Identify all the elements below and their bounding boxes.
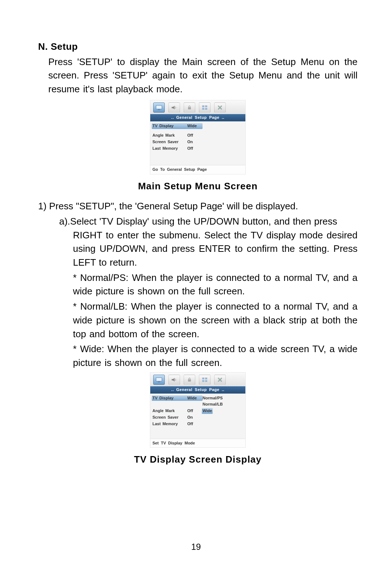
menu-row-value: On [187,415,203,420]
svg-rect-15 [205,378,207,379]
grid-icon [199,102,211,113]
menu-row-label: Angle Mark [152,408,187,414]
menu-row-value: Wide [187,395,203,401]
lock-icon [184,375,195,385]
menu-row-value: On [187,139,203,145]
svg-rect-7 [205,108,207,110]
tv-icon [153,375,165,385]
submenu-option: Normal/PS [203,395,231,401]
step-1a: a).Select 'TV Display' using the UP/DOWN… [59,215,358,270]
menu-row: Last Memory Off [152,145,243,152]
svg-rect-1 [158,109,160,110]
menu-row-label: Screen Saver [152,415,187,420]
svg-rect-0 [156,105,162,109]
menu-row-value: Off [187,146,203,152]
figure-caption-2: TV Display Screen Display [38,453,358,467]
menu-footer: Set TV Display Mode [150,439,245,448]
svg-rect-10 [156,378,162,381]
svg-marker-12 [172,378,175,382]
menu-row: TV Display Wide Normal/PS [152,395,243,402]
menu-row: Screen Saver On [152,139,243,145]
page-number: 19 [0,541,392,553]
menu-row-label: Screen Saver [152,139,187,145]
svg-rect-5 [205,105,207,107]
speaker-icon [168,375,180,385]
manual-page: N. Setup Press 'SETUP' to display the Ma… [0,0,392,568]
menu-body: TV Display Wide Normal/PS Normal/LB Angl… [150,394,245,439]
svg-rect-3 [188,107,191,109]
menu-body: TV Display Wide Angle Mark Off Screen Sa… [150,121,245,165]
menu-row-spacer [152,129,243,132]
close-icon [214,375,226,385]
menu-row: Angle Mark Off Wide [152,408,243,414]
bullet-wide: * Wide: When the player is connected to … [73,342,358,370]
svg-rect-6 [202,108,204,110]
menu-row: Last Memory Off [152,421,243,427]
bullet-normal-lb: * Normal/LB: When the player is connecte… [73,300,358,341]
menu-row-value: Wide [187,123,203,129]
svg-rect-11 [158,382,160,382]
menu-row-value: Off [187,421,203,427]
menu-row: TV Display Wide [152,123,243,129]
menu-row-label [152,402,187,407]
svg-rect-14 [202,378,204,379]
step-1a-body: RIGHT to enter the submenu. Select the T… [73,229,358,270]
menu-footer: Go To General Setup Page [150,165,245,174]
bullet-normal-ps: * Normal/PS: When the player is connecte… [73,271,358,298]
svg-rect-13 [188,379,191,382]
menu-row: Normal/LB [152,401,243,408]
grid-icon [199,375,211,385]
svg-rect-4 [202,105,204,107]
svg-rect-16 [202,380,204,382]
close-icon [214,102,226,113]
menu-row-value [187,402,203,407]
menu-row-value: Off [187,408,203,414]
setup-menu-figure-2: .. General Setup Page .. TV Display Wide… [150,372,246,448]
menu-row: Screen Saver On [152,414,243,421]
tv-icon [153,102,165,113]
lock-icon [184,102,195,113]
menu-title: .. General Setup Page .. [150,386,245,394]
menu-row-value: Off [187,133,203,138]
svg-rect-17 [205,380,207,382]
intro-paragraph: Press 'SETUP' to display the Main screen… [48,55,358,96]
menu-title: .. General Setup Page .. [150,114,245,121]
menu-row-label: TV Display [152,123,187,129]
menu-icon-row [150,372,245,386]
submenu-option-selected: Wide [203,408,231,414]
menu-row-label: Last Memory [152,146,187,152]
setup-menu-figure-1: .. General Setup Page .. TV Display Wide… [150,100,246,174]
figure-caption-1: Main Setup Menu Screen [38,180,358,193]
svg-marker-2 [172,106,175,109]
menu-row-label: Angle Mark [152,133,187,138]
step-1: 1) Press "SETUP", the 'General Setup Pag… [38,200,358,213]
step-1a-lead: a).Select 'TV Display' using the UP/DOWN… [59,216,337,227]
submenu-option: Normal/LB [203,402,231,407]
section-heading: N. Setup [38,40,358,54]
menu-icon-row [150,100,245,114]
menu-row: Angle Mark Off [152,132,243,139]
speaker-icon [168,102,180,113]
menu-row-label: TV Display [152,395,187,401]
menu-row-label: Last Memory [152,421,187,427]
